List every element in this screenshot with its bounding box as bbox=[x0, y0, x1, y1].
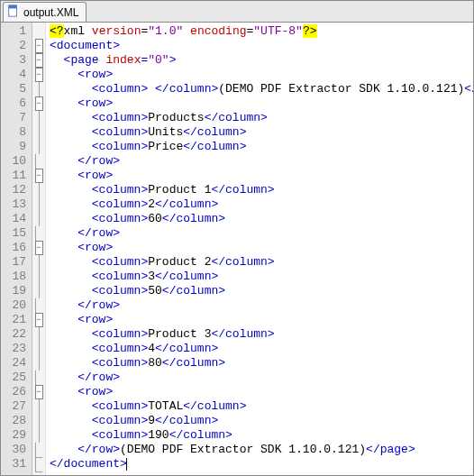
line-number: 7 bbox=[5, 111, 26, 125]
code-line: <column>80</column> bbox=[50, 356, 473, 371]
code-line: <row> bbox=[50, 96, 473, 111]
line-number: 16 bbox=[5, 241, 26, 255]
line-number: 2 bbox=[5, 39, 26, 53]
fold-end bbox=[35, 457, 42, 472]
code-editor[interactable]: 1234567891011121314151617181920212223242… bbox=[1, 23, 473, 475]
line-number: 14 bbox=[5, 212, 26, 226]
line-number: 10 bbox=[5, 154, 26, 169]
line-number: 25 bbox=[5, 371, 26, 385]
line-number: 30 bbox=[5, 443, 26, 457]
code-line: <row> bbox=[50, 385, 473, 399]
line-number: 3 bbox=[5, 53, 26, 68]
line-number: 13 bbox=[5, 197, 26, 212]
line-number: 4 bbox=[5, 68, 26, 82]
code-line: <?xml version="1.0" encoding="UTF-8"?> bbox=[50, 24, 473, 39]
fold-guide bbox=[39, 82, 40, 96]
fold-guide bbox=[39, 342, 40, 356]
fold-end bbox=[35, 371, 42, 386]
fold-toggle-icon[interactable]: − bbox=[35, 68, 43, 82]
fold-guide bbox=[39, 327, 40, 342]
code-line: </row> bbox=[50, 298, 473, 313]
line-number: 23 bbox=[5, 342, 26, 356]
code-line: <column>Units</column> bbox=[50, 125, 473, 140]
line-number: 15 bbox=[5, 226, 26, 241]
fold-end bbox=[35, 226, 42, 242]
tab-label: output.XML bbox=[23, 6, 78, 19]
line-number: 29 bbox=[5, 428, 26, 443]
fold-guide bbox=[39, 428, 40, 443]
line-number: 17 bbox=[5, 255, 26, 270]
code-line: <column>Products</column> bbox=[50, 111, 473, 125]
fold-guide bbox=[39, 125, 40, 140]
line-number: 31 bbox=[5, 457, 26, 471]
line-number: 8 bbox=[5, 125, 26, 140]
code-line: <column>60</column> bbox=[50, 212, 473, 226]
code-line: <row> bbox=[50, 169, 473, 183]
code-line: <page index="0"> bbox=[50, 53, 473, 68]
code-line: <column> </column>(DEMO PDF Extractor SD… bbox=[50, 82, 473, 96]
editor-window: output.XML 12345678910111213141516171819… bbox=[0, 0, 474, 476]
line-number: 1 bbox=[5, 24, 26, 39]
line-number: 9 bbox=[5, 140, 26, 154]
fold-guide bbox=[39, 414, 40, 428]
fold-toggle-icon[interactable]: − bbox=[35, 169, 43, 183]
code-line: <column>Product 2</column> bbox=[50, 255, 473, 270]
line-number: 27 bbox=[5, 399, 26, 414]
fold-toggle-icon[interactable]: − bbox=[35, 96, 43, 111]
fold-guide bbox=[39, 212, 40, 226]
file-icon bbox=[7, 5, 20, 20]
fold-guide bbox=[39, 356, 40, 371]
code-line: <row> bbox=[50, 68, 473, 82]
line-number: 26 bbox=[5, 385, 26, 399]
line-number: 11 bbox=[5, 169, 26, 183]
line-number: 6 bbox=[5, 96, 26, 111]
line-number: 22 bbox=[5, 327, 26, 342]
fold-guide bbox=[39, 255, 40, 270]
line-number-gutter: 1234567891011121314151617181920212223242… bbox=[1, 23, 32, 475]
code-line: <column>2</column> bbox=[50, 197, 473, 212]
fold-guide bbox=[39, 140, 40, 154]
code-line: <column>Price</column> bbox=[50, 140, 473, 154]
line-number: 12 bbox=[5, 183, 26, 197]
line-number: 5 bbox=[5, 82, 26, 96]
fold-toggle-icon[interactable]: − bbox=[35, 313, 43, 327]
line-number: 28 bbox=[5, 414, 26, 428]
code-line: <column>Product 3</column> bbox=[50, 327, 473, 342]
code-line: </row> bbox=[50, 154, 473, 169]
line-number: 21 bbox=[5, 313, 26, 327]
tab-output-xml[interactable]: output.XML bbox=[3, 2, 87, 22]
line-number: 19 bbox=[5, 284, 26, 298]
text-caret bbox=[126, 458, 127, 471]
fold-guide bbox=[39, 284, 40, 298]
code-area[interactable]: <?xml version="1.0" encoding="UTF-8"?><d… bbox=[46, 23, 473, 475]
code-line: <column>50</column> bbox=[50, 284, 473, 298]
code-line: <column>190</column> bbox=[50, 428, 473, 443]
fold-guide bbox=[39, 270, 40, 284]
fold-toggle-icon[interactable]: − bbox=[35, 39, 43, 53]
code-line: <column>3</column> bbox=[50, 270, 473, 284]
fold-end bbox=[35, 154, 42, 169]
fold-toggle-icon[interactable]: − bbox=[35, 385, 43, 399]
fold-end bbox=[35, 443, 42, 458]
fold-guide bbox=[39, 399, 40, 414]
fold-toggle-icon[interactable]: − bbox=[35, 241, 43, 255]
code-line: </row> bbox=[50, 371, 473, 385]
code-line: <row> bbox=[50, 313, 473, 327]
code-line: <column>9</column> bbox=[50, 414, 473, 428]
line-number: 20 bbox=[5, 298, 26, 313]
tab-strip: output.XML bbox=[1, 1, 473, 23]
code-line: </document> bbox=[50, 457, 473, 471]
code-line: <column>4</column> bbox=[50, 342, 473, 356]
line-number: 18 bbox=[5, 270, 26, 284]
fold-column[interactable]: −−−−−−−− bbox=[32, 23, 46, 475]
code-line: <column>TOTAL</column> bbox=[50, 399, 473, 414]
code-line: <column>Product 1</column> bbox=[50, 183, 473, 197]
fold-guide bbox=[39, 183, 40, 197]
fold-toggle-icon[interactable]: − bbox=[35, 53, 43, 68]
code-line: </row> bbox=[50, 226, 473, 241]
fold-guide bbox=[39, 197, 40, 212]
fold-end bbox=[35, 298, 42, 314]
fold-guide bbox=[39, 111, 40, 125]
svg-rect-1 bbox=[9, 5, 17, 9]
code-line: <row> bbox=[50, 241, 473, 255]
